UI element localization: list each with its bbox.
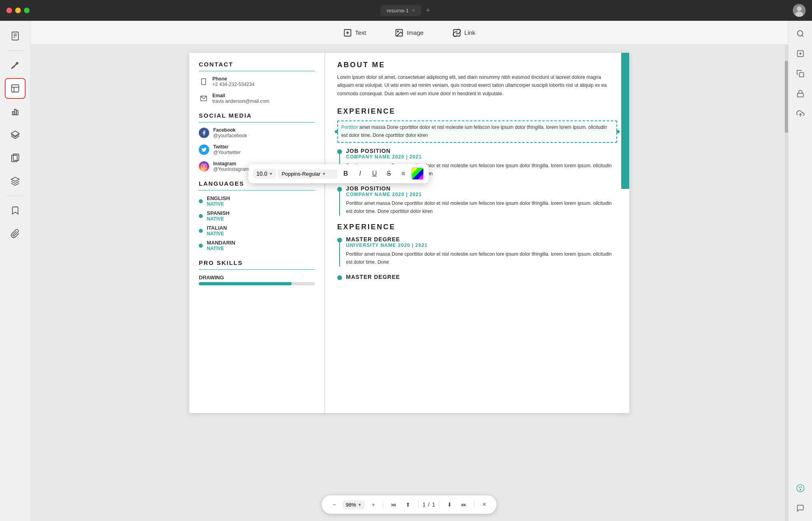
- chat-button[interactable]: [792, 500, 808, 516]
- phone-contact: Phone +2 434-232-534234: [199, 76, 315, 87]
- sidebar-item-document[interactable]: [5, 26, 26, 46]
- last-page-button[interactable]: ⏭: [458, 499, 470, 511]
- right-search-button[interactable]: [792, 26, 808, 42]
- top-toolbar: Text Image Link: [30, 21, 788, 45]
- svg-point-28: [203, 166, 205, 168]
- link-tool-button[interactable]: Link: [446, 25, 482, 40]
- text-formatting-toolbar[interactable]: 10.0 ▼ Poppins-Regular ▼ B I U S ≡: [248, 164, 429, 183]
- sidebar-item-template[interactable]: [5, 78, 26, 99]
- skill-drawing-bar: [199, 282, 315, 285]
- svg-rect-8: [12, 85, 19, 92]
- page-nav-bar[interactable]: − 98% ▼ + ⏮ ⬆ 1 / 1: [322, 495, 496, 514]
- email-details: Email travis anderson@mail.com: [212, 93, 269, 104]
- svg-point-22: [398, 31, 399, 32]
- education-section: EXPERIENCE MASTER DEGREE UNIVERSITY NAME…: [337, 223, 617, 280]
- align-button[interactable]: ≡: [397, 167, 410, 180]
- svg-point-36: [796, 485, 804, 492]
- svg-rect-27: [202, 164, 206, 169]
- font-size-selector[interactable]: 10.0 ▼: [253, 169, 276, 178]
- sidebar-item-chart[interactable]: [5, 101, 26, 122]
- sidebar-item-stacked[interactable]: [5, 171, 26, 192]
- entry2-dot: [337, 187, 342, 192]
- zoom-selector[interactable]: 98% ▼: [342, 500, 365, 509]
- twitter-label: Twitter: [213, 144, 240, 150]
- language-english: ENGLISH NATIVE: [199, 195, 315, 207]
- lang-dot-mandarin: [199, 244, 203, 248]
- sidebar-item-pages[interactable]: [5, 148, 26, 168]
- selected-text-box[interactable]: Porttitor amet massa Done cporttitor dol…: [337, 120, 617, 143]
- edu1-degree: MASTER DEGREE: [346, 236, 617, 242]
- experience-section: EXPERIENCE Porttitor amet massa Done cpo…: [337, 107, 617, 216]
- nav-close-button[interactable]: ×: [478, 499, 490, 511]
- sidebar-item-paperclip[interactable]: [5, 223, 26, 244]
- experience-title: EXPERIENCE: [337, 107, 617, 116]
- nav-divider-1: [383, 501, 384, 509]
- lang-dot-spanish: [199, 214, 203, 218]
- upload-button[interactable]: [792, 106, 808, 122]
- zoom-value: 98%: [346, 502, 356, 508]
- skill-drawing-name: DRAWING: [199, 275, 315, 281]
- facebook-value: @yourfacebook: [213, 133, 247, 138]
- svg-rect-3: [12, 32, 18, 40]
- close-button[interactable]: [6, 8, 12, 13]
- total-pages: 1: [432, 501, 435, 508]
- entry1-dot: [337, 149, 342, 154]
- svg-rect-13: [14, 109, 16, 115]
- copy-document-button[interactable]: [792, 66, 808, 82]
- avatar[interactable]: [793, 4, 806, 17]
- phone-icon: [199, 77, 208, 86]
- minimize-button[interactable]: [15, 8, 21, 13]
- maximize-button[interactable]: [24, 8, 30, 13]
- ai-assistant-button[interactable]: [792, 480, 808, 496]
- page-separator: /: [428, 501, 430, 508]
- selected-text-entry[interactable]: Porttitor amet massa Done cporttitor dol…: [337, 120, 617, 143]
- facebook-details: Facebook @yourfacebook: [213, 127, 247, 138]
- color-swatch-button[interactable]: [411, 167, 424, 180]
- text-tool-button[interactable]: Text: [337, 25, 373, 40]
- strikethrough-button[interactable]: S: [382, 167, 395, 180]
- tab-close-button[interactable]: ×: [412, 8, 415, 13]
- edu1-dot: [337, 238, 342, 242]
- lock-button[interactable]: [792, 86, 808, 102]
- italic-button[interactable]: I: [354, 167, 366, 180]
- font-size-value: 10.0: [256, 170, 267, 177]
- prev-page-button[interactable]: ⬆: [402, 499, 414, 511]
- phone-label: Phone: [212, 76, 254, 82]
- sidebar-item-brush[interactable]: [5, 55, 26, 76]
- sidebar-divider-1: [7, 50, 23, 51]
- resize-handle-right[interactable]: [616, 130, 620, 133]
- svg-point-29: [205, 165, 206, 165]
- first-page-button[interactable]: ⏮: [388, 499, 400, 511]
- next-page-button[interactable]: ⬇: [444, 499, 456, 511]
- zoom-plus-icon: +: [372, 501, 375, 508]
- new-tab-button[interactable]: +: [424, 6, 432, 15]
- font-family-selector[interactable]: Poppins-Regular ▼: [278, 169, 338, 178]
- zoom-out-button[interactable]: −: [328, 499, 340, 511]
- education-entry-2: MASTER DEGREE: [337, 274, 617, 280]
- scrollbar[interactable]: [785, 45, 788, 521]
- sidebar-item-bookmark[interactable]: [5, 200, 26, 221]
- bold-button[interactable]: B: [339, 167, 352, 180]
- scrollbar-thumb[interactable]: [785, 61, 788, 133]
- ocr-button[interactable]: [792, 46, 808, 62]
- lang-mandarin-level: NATIVE: [207, 246, 235, 251]
- social-section-title: SOCIAL MEDIA: [199, 112, 315, 122]
- sidebar-item-layers[interactable]: [5, 124, 26, 145]
- about-me-text: Lorem ipsum dolor sit amet, consectetuer…: [337, 73, 617, 98]
- right-sidebar: [788, 21, 812, 521]
- lang-english-level: NATIVE: [207, 201, 230, 207]
- zoom-in-button[interactable]: +: [367, 499, 379, 511]
- image-tool-button[interactable]: Image: [388, 25, 430, 40]
- pro-skills-section-title: PRO SKILLS: [199, 259, 315, 270]
- underline-button[interactable]: U: [368, 167, 381, 180]
- entry2-description: Porttitor amet massa Done cporttitor dol…: [346, 200, 617, 216]
- resize-handle-left[interactable]: [335, 130, 338, 133]
- twitter-icon: [199, 144, 209, 155]
- tab-resume[interactable]: resume-1 ×: [380, 5, 421, 16]
- svg-point-30: [797, 31, 802, 36]
- email-contact: Email travis anderson@mail.com: [199, 93, 315, 104]
- lang-italian-details: ITALIAN NATIVE: [207, 225, 227, 236]
- lang-mandarin-name: MANDARIN: [207, 240, 235, 246]
- sidebar-divider-2: [7, 196, 23, 196]
- left-sidebar: [0, 21, 30, 521]
